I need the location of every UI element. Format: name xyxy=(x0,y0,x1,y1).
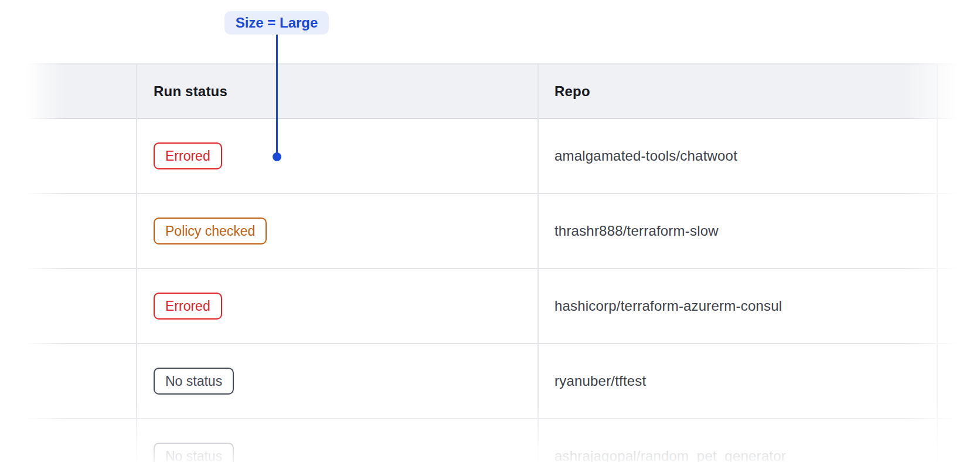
size-annotation-label: Size = Large xyxy=(224,11,329,35)
table-header-row: Run status Repo xyxy=(26,63,980,119)
repo-name: hashicorp/terraform-azurerm-consul xyxy=(554,298,782,314)
annotation-pointer-line xyxy=(276,35,278,157)
table-row[interactable]: Errored amalgamated-tools/chatwoot xyxy=(26,119,980,194)
repo-name: thrashr888/terraform-slow xyxy=(554,223,719,239)
column-header-repo[interactable]: Repo xyxy=(554,83,590,100)
column-header-run-status[interactable]: Run status xyxy=(154,83,227,100)
repo-name: ashrajagopal/random_pet_generator xyxy=(554,448,786,462)
run-status-badge: No status xyxy=(154,368,234,395)
run-status-badge: No status xyxy=(154,443,234,462)
annotation-pointer-dot xyxy=(273,152,281,161)
table-row[interactable]: No status ryanuber/tftest xyxy=(26,344,980,419)
run-status-badge: Policy checked xyxy=(154,218,267,244)
repo-name: ryanuber/tftest xyxy=(554,373,646,389)
run-status-badge: Errored xyxy=(154,293,222,320)
repo-name: amalgamated-tools/chatwoot xyxy=(554,148,737,164)
column-divider xyxy=(937,63,938,462)
run-status-badge: Errored xyxy=(154,142,222,169)
table-row[interactable]: Policy checked thrashr888/terraform-slow xyxy=(26,194,980,269)
column-divider xyxy=(537,63,539,462)
column-divider xyxy=(136,63,137,462)
table-row[interactable]: Errored hashicorp/terraform-azurerm-cons… xyxy=(26,269,980,344)
table-row[interactable]: No status ashrajagopal/random_pet_genera… xyxy=(26,419,980,462)
